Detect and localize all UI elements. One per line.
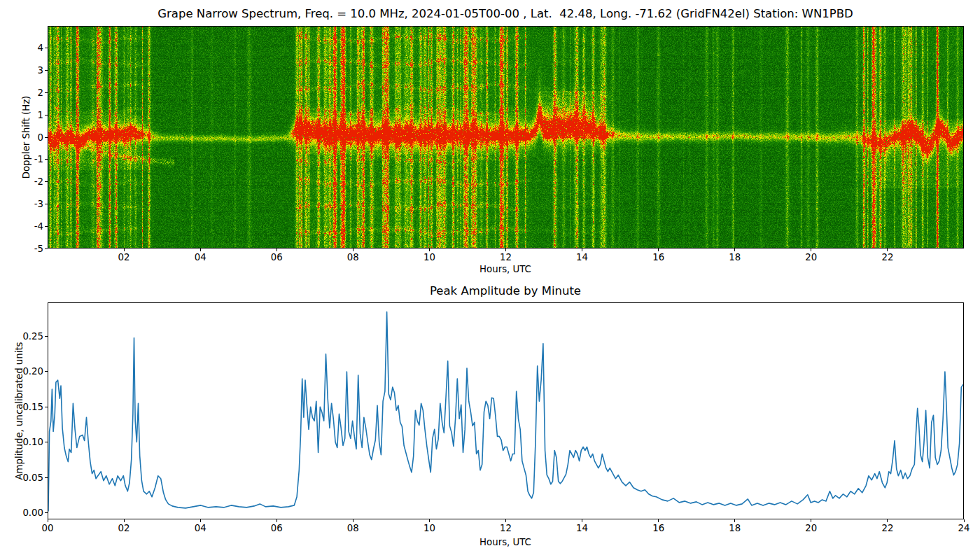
x-tick — [734, 519, 735, 522]
x-tick-label: 20 — [805, 523, 817, 533]
x-tick — [124, 519, 125, 522]
x-tick — [429, 248, 430, 251]
x-tick-label: 04 — [195, 252, 206, 262]
y-tick — [45, 48, 48, 48]
amplitude-line-chart — [48, 303, 963, 519]
x-tick-label: 14 — [576, 523, 588, 533]
y-tick — [45, 336, 48, 337]
y-tick — [45, 407, 48, 407]
spectrogram-title: Grape Narrow Spectrum, Freq. = 10.0 MHz,… — [158, 7, 853, 20]
x-tick — [505, 248, 506, 251]
x-tick-label: 14 — [576, 252, 588, 262]
x-tick-label: 10 — [424, 252, 435, 262]
amplitude-line — [48, 312, 963, 511]
x-tick-label: 16 — [652, 252, 664, 262]
y-tick — [45, 115, 48, 115]
x-tick — [200, 248, 201, 251]
y-tick-label: 0.10 — [17, 437, 43, 447]
y-tick — [45, 477, 48, 478]
y-tick-label: -2 — [17, 176, 43, 187]
x-tick — [658, 248, 659, 251]
y-tick-label: 0.20 — [17, 366, 43, 377]
y-tick-label: 0 — [17, 132, 43, 143]
figure-canvas: Grape Narrow Spectrum, Freq. = 10.0 MHz,… — [0, 0, 980, 560]
y-tick — [45, 204, 48, 204]
x-tick — [353, 248, 354, 251]
y-tick — [45, 181, 48, 182]
y-tick — [45, 159, 48, 160]
y-tick-label: -5 — [17, 244, 43, 254]
x-tick-label: 24 — [958, 523, 970, 533]
y-tick-label: 0.25 — [17, 331, 43, 342]
y-tick — [45, 92, 48, 93]
x-tick-label: 06 — [271, 523, 283, 533]
x-tick-label: 18 — [729, 523, 741, 533]
y-tick — [45, 512, 48, 513]
y-tick — [45, 137, 48, 138]
x-tick-label: 22 — [881, 252, 893, 262]
x-tick-label: 00 — [42, 523, 54, 533]
x-tick — [429, 519, 430, 522]
spectrogram-x-axis-label: Hours, UTC — [479, 264, 531, 274]
spectrogram-plot-area — [48, 26, 964, 248]
amplitude-plot-area — [48, 302, 964, 519]
y-tick-label: 3 — [17, 65, 43, 76]
x-tick-label: 18 — [729, 252, 741, 262]
y-tick — [45, 248, 48, 249]
x-tick-label: 08 — [347, 252, 359, 262]
y-tick-label: 0.00 — [17, 507, 43, 518]
y-tick — [45, 371, 48, 372]
x-tick — [353, 519, 354, 522]
x-tick — [658, 519, 659, 522]
y-tick-label: 1 — [17, 110, 43, 120]
x-tick-label: 16 — [652, 523, 664, 533]
y-tick-label: -3 — [17, 199, 43, 209]
amplitude-x-axis-label: Hours, UTC — [479, 537, 531, 547]
x-tick — [582, 519, 582, 522]
x-tick-label: 02 — [118, 523, 130, 533]
x-tick — [124, 248, 125, 251]
x-tick — [811, 519, 811, 522]
y-tick-label: 0.05 — [17, 472, 43, 483]
x-tick — [276, 248, 277, 251]
doppler-spectrogram-heatmap — [48, 27, 963, 248]
x-tick — [887, 248, 888, 251]
y-tick-label: 0.15 — [17, 402, 43, 412]
x-tick-label: 10 — [424, 523, 435, 533]
x-tick-label: 02 — [118, 252, 130, 262]
x-tick-label: 06 — [271, 252, 283, 262]
x-tick — [964, 519, 965, 522]
x-tick-label: 04 — [195, 523, 206, 533]
y-tick-label: 4 — [17, 43, 43, 53]
y-tick — [45, 442, 48, 442]
x-tick — [505, 519, 506, 522]
x-tick — [811, 248, 811, 251]
y-tick — [45, 226, 48, 227]
x-tick-label: 08 — [347, 523, 359, 533]
x-tick — [734, 248, 735, 251]
x-tick — [276, 519, 277, 522]
y-tick-label: 2 — [17, 88, 43, 98]
y-tick-label: -4 — [17, 221, 43, 232]
y-tick-label: -1 — [17, 154, 43, 164]
y-tick — [45, 70, 48, 71]
x-tick-label: 22 — [881, 523, 893, 533]
x-tick-label: 12 — [500, 252, 512, 262]
x-tick — [200, 519, 201, 522]
x-tick — [582, 248, 582, 251]
x-tick — [887, 519, 888, 522]
x-tick-label: 20 — [805, 252, 817, 262]
x-tick — [48, 519, 48, 522]
x-tick-label: 12 — [500, 523, 512, 533]
amplitude-title: Peak Amplitude by Minute — [430, 284, 581, 298]
